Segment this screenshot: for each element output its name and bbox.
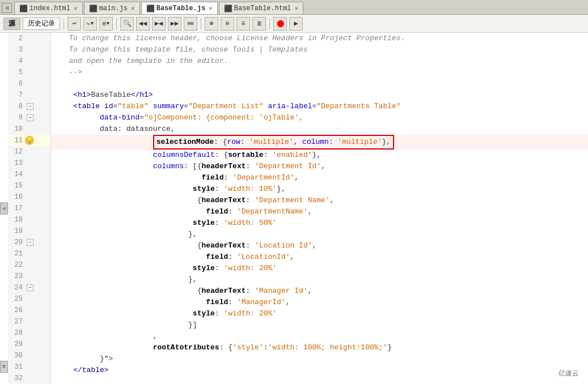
tab-index-html[interactable]: ⬛ index.html ✕ [14,2,83,14]
stop-btn[interactable]: ⬤ [273,17,287,31]
expand-btn[interactable]: ⊕ [205,17,218,31]
line-row-14: 14 [8,169,50,180]
format2-btn[interactable]: ≡ [236,17,250,31]
line-row-6: 6 [8,78,50,89]
html-file-icon: ⬛ [19,5,27,12]
line-row-16: 16 [8,191,50,203]
line-row-28: 28 [8,327,50,339]
line-row-17: 17 [8,203,50,214]
code-editor[interactable]: To change this license header, choose Li… [51,33,588,384]
toolbar-sep-2 [116,18,117,29]
line-row-32: 32 [8,373,50,384]
undo-btn[interactable]: ↩ [67,17,81,31]
collapse-icon-24[interactable]: − [27,284,33,291]
tab-bar: ◁ ⬛ index.html ✕ ⬛ main.js ✕ ⬛ BaseTable… [0,0,588,15]
line-row-23: 23 [8,271,50,282]
line-row-24: 24 − [8,282,50,293]
js-file-icon-2: ⬛ [146,5,154,12]
line-row-7: 7 [8,89,50,101]
code-line-5: --> [51,67,588,78]
editor-container: ◁ ▽ 2 3 4 5 6 7 8 [0,33,588,384]
toolbar-sep-3 [201,18,201,29]
code-line-8: <table id="table" summary="Department Li… [51,101,588,112]
line-row-30: 30 [8,350,50,361]
line-row-31: 31 [8,361,50,373]
code-line-2: To change this license header, choose Li… [51,33,588,44]
line-row-18: 18 [8,214,50,225]
code-line-27: }] [51,319,588,331]
code-line-20: {headerText: 'Location Id', [51,240,588,251]
line-row-15: 15 [8,180,50,191]
line-row-2: 2 [8,33,50,44]
code-line-30: }"> [51,353,588,365]
collapse-btn[interactable]: ⊖ [221,17,234,31]
line-row-5: 5 [8,67,50,78]
line-row-13: 13 [8,157,50,169]
code-line-15: style: 'width: 10%'}, [51,184,588,195]
toolbar-sep-1 [64,18,64,29]
code-line-29: rootAtotributes: {'style':'width: 100%; … [51,342,588,353]
line-row-26: 26 [8,305,50,316]
tab-close-main-js[interactable]: ✕ [131,5,135,12]
side-panel-toggle[interactable]: ◁ [0,203,8,215]
html-file-icon-2: ⬛ [224,5,232,12]
collapse-icon-8[interactable]: − [27,103,33,110]
tab-main-js[interactable]: ⬛ main.js ✕ [84,2,140,14]
tab-close-basetable-html[interactable]: ✕ [295,5,299,12]
code-line-28: , [51,331,588,342]
toolbar: 源 历史记录 ↩ ↪▼ ⊞▼ 🔍 ◀◀ ▶◀ ▶▶ ⊞⊞ ⊕ ⊖ ≡ ≣ ⬤ ▶ [0,15,588,33]
line-row-29: 29 [8,339,50,350]
tab-basetable-js[interactable]: ⬛ BaseTable.js ✕ [141,2,218,14]
history-btn[interactable]: 历史记录 [23,18,60,30]
code-line-26: style: 'width: 20%' [51,308,588,319]
line-row-20: 20 − [8,237,50,248]
find-select-btn[interactable]: ⊞⊞ [184,17,197,31]
code-line-23: }, [51,274,588,285]
watermark: 亿速云 [556,368,581,379]
code-line-12: columnsDefault: {sortable: 'enabled'}, [51,150,588,161]
find-prev-btn[interactable]: ◀◀ [136,17,150,31]
format3-btn[interactable]: ≣ [252,17,266,31]
line-row-22: 22 [8,259,50,271]
line-row-10: 10 [8,123,50,135]
code-line-10: data: datasource, [51,123,588,135]
line-row-27: 27 [8,316,50,327]
source-view-btn[interactable]: 源 [3,18,20,30]
line-numbers-panel: 2 3 4 5 6 7 8 − 9 [8,33,51,384]
line-row-21: 21 [8,248,50,259]
code-line-6 [51,78,588,89]
code-line-14: field: 'DepartmentId', [51,172,588,184]
code-line-9: data-bind="ojComponent: {component: 'ojT… [51,112,588,123]
code-line-3: To change this template file, choose Too… [51,44,588,56]
collapse-icon-9[interactable]: − [27,114,33,121]
left-panel-toggle[interactable]: ◁ [2,3,12,13]
find-next-btn[interactable]: ▶◀ [152,17,166,31]
bottom-panel-toggle[interactable]: ▽ [0,361,8,373]
collapse-icon-20[interactable]: − [27,239,33,246]
code-line-19: }, [51,229,588,240]
js-file-icon: ⬛ [89,5,97,12]
format-btn[interactable]: ⊞▼ [99,17,113,31]
line-row-25: 25 [8,293,50,305]
find-all-btn[interactable]: ▶▶ [168,17,181,31]
run-btn[interactable]: ▶ [289,17,303,31]
find-btn[interactable]: 🔍 [120,17,134,31]
tab-close-index[interactable]: ✕ [74,5,78,12]
tab-basetable-html[interactable]: ⬛ BaseTable.html ✕ [219,2,303,14]
code-line-13: columns: [{headerText: 'Department Id', [51,161,588,172]
code-line-31: </table> [51,365,588,376]
lightbulb-icon-11[interactable]: 💡 [25,136,34,145]
tab-close-basetable-js[interactable]: ✕ [209,5,213,12]
code-line-32 [51,376,588,384]
line-row-8: 8 − [8,101,50,112]
code-line-25: field: 'ManagerId', [51,297,588,308]
code-line-22: style: 'width: 20%' [51,263,588,274]
code-line-16: {headerText: 'Department Name', [51,195,588,206]
line-row-19: 19 [8,225,50,237]
redo-btn[interactable]: ↪▼ [83,17,97,31]
line-row-3: 3 [8,44,50,56]
code-line-4: and open the template in the editor. [51,56,588,67]
code-line-21: field: 'LocationId', [51,251,588,263]
code-line-24: {headerText: 'Manager Id', [51,285,588,297]
code-line-11: selectionMode: {row: 'multiple', column:… [51,135,588,150]
